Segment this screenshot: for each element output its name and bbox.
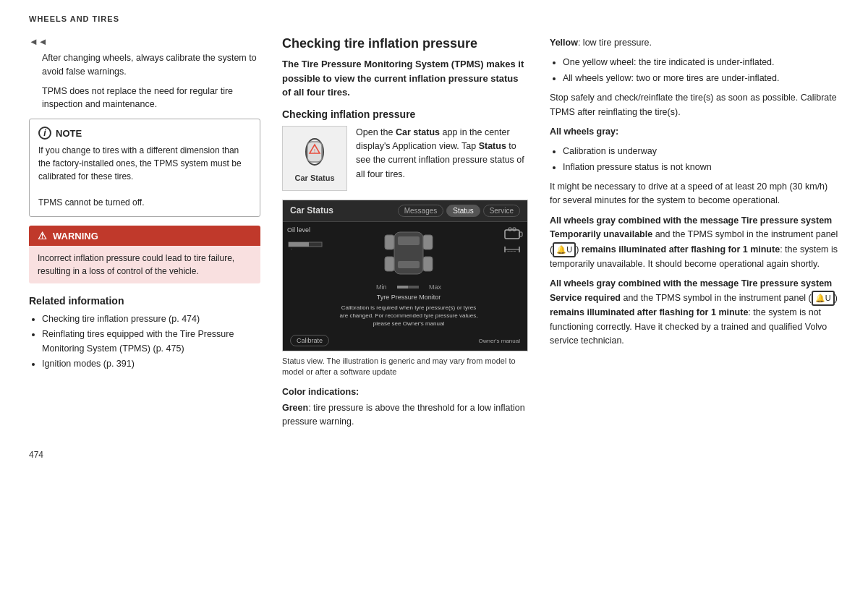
page-header: WHEELS AND TIRES [29, 14, 839, 23]
section-title: Checking tire inflation pressure [282, 36, 528, 51]
tab-service[interactable]: Service [483, 205, 520, 217]
left-column: ◄◄ After changing wheels, always calibra… [29, 36, 260, 435]
warning-body: Incorrect inflation pressure could lead … [29, 246, 260, 283]
screen-left-panel: Oil level · [287, 226, 331, 328]
subsection-title: Checking inflation pressure [282, 108, 528, 120]
list-item: Inflation pressure status is not known [563, 161, 839, 174]
yellow-title: Yellow: low tire pressure. [550, 36, 839, 50]
drive-text: It might be necessary to drive at a spee… [550, 180, 839, 208]
left-intro: After changing wheels, always calibrate … [29, 51, 260, 111]
note-text: If you change to tires with a different … [38, 144, 251, 209]
screen-body: Oil level · [283, 222, 527, 333]
tab-messages[interactable]: Messages [398, 205, 444, 217]
svg-rect-9 [398, 261, 420, 268]
svg-rect-13 [423, 257, 433, 271]
screen-footer: Calibrate Owner's manual [283, 332, 527, 351]
gray-bullets: Calibration is underway Inflation pressu… [550, 145, 839, 174]
tpms-symbol-1: 🔔U [553, 242, 576, 257]
list-item: Calibration is underway [563, 145, 839, 158]
svg-rect-12 [385, 257, 394, 271]
page-number: 474 [29, 450, 839, 460]
min-max-row: Min Max [376, 283, 441, 291]
screen-mockup: Car Status Messages Status Service Oil l… [282, 200, 528, 352]
inline-description: Open the Car status app in the center di… [356, 126, 528, 191]
note-label: NOTE [56, 128, 82, 139]
car-top-view-svg [376, 226, 441, 281]
section2-text: All wheels gray combined with the messag… [550, 214, 839, 271]
svg-rect-8 [398, 236, 420, 245]
middle-column: Checking tire inflation pressure The Tir… [282, 36, 528, 435]
oil-level-label: Oil level [287, 226, 331, 234]
yellow-bullets: One yellow wheel: the tire indicated is … [550, 56, 839, 85]
list-item: Checking tire inflation pressure (p. 474… [42, 312, 260, 326]
related-title: Related information [29, 295, 260, 307]
warning-header: ⚠ WARNING [29, 226, 260, 246]
svg-text:·: · [291, 247, 292, 251]
note-icon: i [38, 127, 51, 140]
tpms-symbol-2: 🔔U [812, 291, 835, 306]
svg-rect-15 [397, 286, 408, 289]
list-item: One yellow wheel: the tire indicated is … [563, 56, 839, 69]
green-description: Green: tire pressure is above the thresh… [282, 401, 528, 430]
warning-box: ⚠ WARNING Incorrect inflation pressure c… [29, 226, 260, 283]
temp-icon: ~~~ [501, 244, 523, 255]
car-status-block: ! Car Status Open the Car status app in … [282, 126, 528, 191]
section-intro: The Tire Pressure Monitoring System (TPM… [282, 57, 528, 100]
section3-text: All wheels gray combined with the messag… [550, 277, 839, 349]
screen-app-title: Car Status [290, 205, 333, 215]
car-status-icon: ! Car Status [282, 126, 347, 191]
tyre-message: Calibration is required when tyre pressu… [336, 304, 481, 328]
right-column: Yellow: low tire pressure. One yellow wh… [550, 36, 839, 435]
engine-icon [501, 226, 523, 241]
car-status-label: Car Status [294, 174, 334, 182]
back-arrows: ◄◄ [29, 36, 260, 47]
list-item: All wheels yellow: two or more tires are… [563, 72, 839, 85]
header-title: WHEELS AND TIRES [29, 14, 119, 23]
svg-rect-10 [385, 235, 394, 249]
min-label: Min [376, 283, 387, 291]
screen-tabs: Messages Status Service [398, 205, 520, 217]
screen-right-panel: ~~~ [487, 226, 523, 328]
svg-rect-16 [505, 230, 519, 239]
screen-caption: Status view. The illustration is generic… [282, 356, 528, 378]
tyre-monitor-label: Tyre Pressure Monitor [377, 294, 441, 301]
gauge [397, 283, 419, 291]
related-list: Checking tire inflation pressure (p. 474… [29, 312, 260, 372]
note-box: i NOTE If you change to tires with a dif… [29, 119, 260, 217]
color-indications-title: Color indications: [282, 387, 528, 397]
stop-text: Stop safely and check/reinflate the tire… [550, 91, 839, 119]
tab-status[interactable]: Status [446, 205, 480, 217]
screen-header: Car Status Messages Status Service [283, 200, 527, 222]
warning-label: WARNING [53, 231, 98, 242]
svg-text:~~~: ~~~ [507, 249, 516, 254]
warning-triangle-icon: ⚠ [38, 230, 47, 242]
list-item: Reinflating tires equipped with the Tire… [42, 328, 260, 356]
car-icon-svg: ! [297, 134, 333, 171]
oil-level-bar: · [287, 236, 323, 251]
svg-text:!: ! [314, 148, 315, 153]
owners-manual-label: Owner's manual [478, 338, 520, 344]
calibrate-button[interactable]: Calibrate [290, 335, 329, 346]
related-info: Related information Checking tire inflat… [29, 295, 260, 372]
all-wheels-gray-title: All wheels gray: [550, 125, 839, 139]
screen-center-panel: Min Max Tyre Pressure Monitor Calibratio… [336, 226, 481, 328]
list-item: Ignition modes (p. 391) [42, 357, 260, 371]
max-label: Max [429, 283, 441, 291]
svg-rect-11 [423, 235, 433, 249]
